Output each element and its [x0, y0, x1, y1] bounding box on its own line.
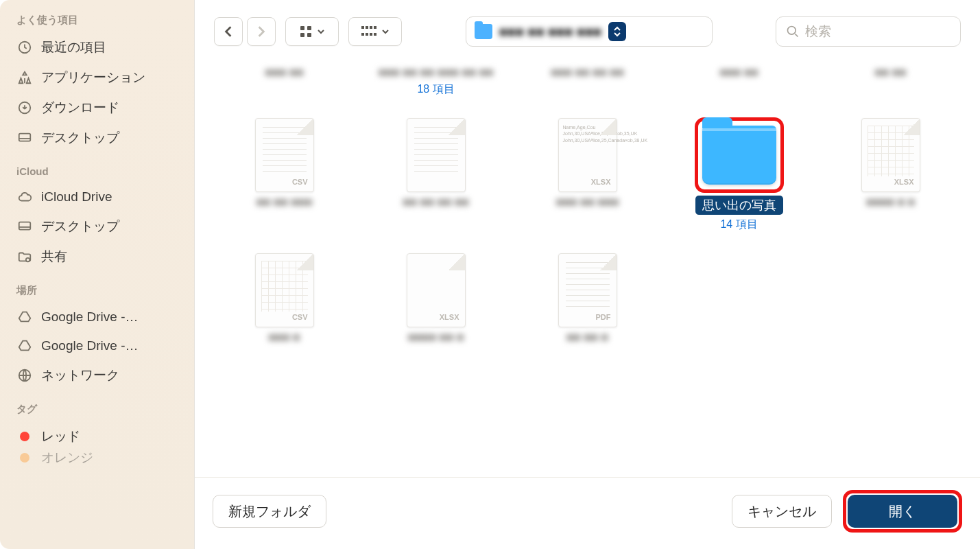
- svg-rect-9: [307, 33, 311, 37]
- folder-icon: [702, 126, 776, 185]
- file-label: ■■■ ■■ ■■ ■■■ ■■ ■■: [379, 66, 493, 80]
- sidebar-heading-locations: 場所: [0, 284, 194, 303]
- shared-folder-icon: [16, 248, 33, 265]
- clock-icon: [16, 39, 33, 56]
- file-label: ■■■ ■: [269, 331, 300, 344]
- forward-button[interactable]: [247, 17, 276, 46]
- csv-file-icon: CSV: [255, 118, 314, 192]
- svg-rect-17: [374, 33, 377, 36]
- svg-rect-13: [374, 26, 377, 29]
- svg-rect-10: [361, 26, 364, 29]
- cancel-button[interactable]: キャンセル: [732, 495, 832, 528]
- file-label: ■■■■ ■ ■: [866, 196, 915, 209]
- text-file-icon: [407, 118, 466, 192]
- sidebar-item-tag-orange[interactable]: オレンジ: [0, 452, 194, 464]
- file-label: ■■ ■■: [875, 66, 907, 80]
- sidebar-item-shared[interactable]: 共有: [0, 242, 194, 272]
- sidebar-item-label: ネットワーク: [41, 366, 119, 384]
- search-box[interactable]: [776, 16, 961, 47]
- file-item[interactable]: ■■ ■■ ■■ ■■: [367, 117, 505, 232]
- file-item[interactable]: CSV ■■■ ■: [215, 253, 353, 344]
- svg-rect-15: [366, 33, 368, 36]
- file-label: 思い出の写真: [695, 196, 783, 215]
- svg-rect-7: [307, 26, 311, 30]
- sidebar-item-tag-red[interactable]: レッド: [0, 421, 194, 452]
- sidebar-item-gdrive-1[interactable]: Google Drive -…: [0, 303, 194, 331]
- sidebar-item-label: レッド: [41, 428, 80, 445]
- desktop-icon: [16, 218, 33, 235]
- sidebar-item-applications[interactable]: アプリケーション: [0, 62, 194, 93]
- folder-icon: [475, 24, 492, 39]
- file-label: ■■ ■■ ■: [566, 331, 608, 344]
- sidebar-item-icloud-drive[interactable]: iCloud Drive: [0, 183, 194, 211]
- sidebar-item-label: 共有: [41, 248, 67, 266]
- pdf-file-icon: PDF: [558, 253, 617, 327]
- file-item-count: 18 項目: [417, 82, 454, 97]
- sidebar-item-label: アプリケーション: [41, 69, 145, 86]
- sidebar-item-gdrive-2[interactable]: Google Drive -…: [0, 331, 194, 360]
- open-button-highlight: 開く: [843, 490, 962, 533]
- sidebar-item-downloads[interactable]: ダウンロード: [0, 93, 194, 123]
- xlsx-file-icon: XLSX: [861, 118, 920, 192]
- tag-dot-icon: [16, 428, 33, 445]
- cloud-icon: [16, 189, 33, 205]
- svg-point-18: [788, 27, 796, 35]
- svg-rect-2: [19, 134, 31, 141]
- sidebar-item-label: デスクトップ: [41, 218, 119, 235]
- download-icon: [16, 100, 33, 116]
- svg-rect-8: [300, 33, 304, 37]
- apps-icon: [16, 69, 33, 86]
- file-item[interactable]: CSV ■■ ■■ ■■■: [215, 117, 353, 232]
- sidebar-item-icloud-desktop[interactable]: デスクトップ: [0, 211, 194, 242]
- group-by-button[interactable]: [348, 17, 402, 46]
- network-icon: [16, 367, 33, 384]
- sidebar-item-label: iCloud Drive: [41, 189, 112, 205]
- file-item[interactable]: XLSX ■■■■ ■ ■: [822, 117, 959, 232]
- main-panel: ■■■ ■■ ■■■ ■■■ ■■■ ■■ ■■■ ■■ ■■ ■■■ ■■ ■…: [194, 0, 980, 549]
- csv-file-icon: CSV: [255, 253, 314, 327]
- new-folder-button[interactable]: 新規フォルダ: [213, 495, 326, 528]
- file-item[interactable]: ■■■ ■■ ■■ ■■■ ■■ ■■ 18 項目: [367, 66, 505, 97]
- file-item[interactable]: XLSX ■■■ ■■ ■■■: [518, 117, 656, 232]
- file-item[interactable]: PDF ■■ ■■ ■: [518, 253, 656, 344]
- file-label: ■■■ ■■: [719, 66, 758, 80]
- file-item[interactable]: ■■■ ■■ ■■ ■■: [518, 66, 656, 97]
- file-item[interactable]: ■■■ ■■: [215, 66, 353, 97]
- file-item[interactable]: ■■ ■■: [822, 66, 959, 97]
- open-button[interactable]: 開く: [848, 495, 957, 528]
- svg-rect-16: [370, 33, 372, 36]
- search-input[interactable]: [805, 24, 951, 39]
- gdrive-icon: [16, 309, 33, 325]
- sidebar-item-label: ダウンロード: [41, 99, 119, 117]
- sidebar-item-recents[interactable]: 最近の項目: [0, 32, 194, 62]
- toolbar: ■■■ ■■ ■■■ ■■■: [195, 0, 980, 59]
- sidebar-item-network[interactable]: ネットワーク: [0, 360, 194, 390]
- sidebar-item-desktop[interactable]: デスクトップ: [0, 123, 194, 153]
- sidebar-item-label: オレンジ: [41, 452, 93, 464]
- search-icon: [786, 25, 800, 38]
- svg-rect-3: [19, 222, 31, 230]
- file-label: ■■ ■■ ■■ ■■: [403, 196, 468, 209]
- file-item-count: 14 項目: [720, 218, 757, 232]
- sidebar-heading-icloud: iCloud: [0, 165, 194, 183]
- xlsx-file-icon: XLSX: [558, 118, 617, 192]
- desktop-icon: [16, 130, 33, 146]
- tag-dot-icon: [16, 452, 33, 464]
- xlsx-file-icon: XLSX: [407, 253, 466, 327]
- sidebar-heading-tags: タグ: [0, 403, 194, 421]
- file-item-selected[interactable]: 思い出の写真 14 項目: [670, 117, 808, 232]
- path-text: ■■■ ■■ ■■■ ■■■: [499, 24, 602, 40]
- path-dropdown[interactable]: ■■■ ■■ ■■■ ■■■: [466, 16, 713, 47]
- sidebar: よく使う項目 最近の項目 アプリケーション ダウンロード デスクトップ iClo…: [0, 0, 194, 549]
- svg-rect-12: [370, 26, 372, 29]
- file-item[interactable]: XLSX ■■■■ ■■ ■: [367, 253, 505, 344]
- path-updown-icon: [608, 22, 626, 41]
- gdrive-icon: [16, 338, 33, 354]
- file-label: ■■■ ■■ ■■ ■■: [551, 66, 624, 80]
- sidebar-item-label: Google Drive -…: [41, 309, 139, 325]
- svg-point-4: [26, 258, 30, 262]
- view-icon-button[interactable]: [285, 17, 339, 46]
- file-item[interactable]: ■■■ ■■: [670, 66, 808, 97]
- back-button[interactable]: [214, 17, 243, 46]
- sidebar-item-label: 最近の項目: [41, 38, 106, 56]
